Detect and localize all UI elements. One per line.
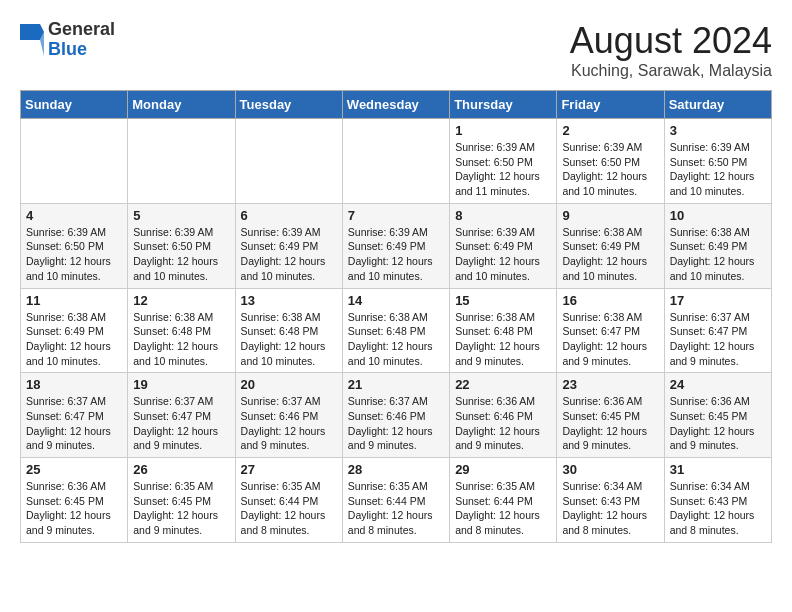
day-info: Sunrise: 6:39 AM Sunset: 6:50 PM Dayligh… xyxy=(455,140,551,199)
day-info: Sunrise: 6:39 AM Sunset: 6:50 PM Dayligh… xyxy=(26,225,122,284)
calendar-cell: 24Sunrise: 6:36 AM Sunset: 6:45 PM Dayli… xyxy=(664,373,771,458)
calendar-cell: 31Sunrise: 6:34 AM Sunset: 6:43 PM Dayli… xyxy=(664,458,771,543)
calendar-cell: 7Sunrise: 6:39 AM Sunset: 6:49 PM Daylig… xyxy=(342,203,449,288)
location: Kuching, Sarawak, Malaysia xyxy=(570,62,772,80)
calendar-cell: 12Sunrise: 6:38 AM Sunset: 6:48 PM Dayli… xyxy=(128,288,235,373)
day-info: Sunrise: 6:35 AM Sunset: 6:44 PM Dayligh… xyxy=(348,479,444,538)
day-info: Sunrise: 6:37 AM Sunset: 6:47 PM Dayligh… xyxy=(670,310,766,369)
calendar-week-row: 4Sunrise: 6:39 AM Sunset: 6:50 PM Daylig… xyxy=(21,203,772,288)
logo: General Blue xyxy=(20,20,115,60)
calendar-table: SundayMondayTuesdayWednesdayThursdayFrid… xyxy=(20,90,772,543)
logo-general: General xyxy=(48,20,115,40)
day-info: Sunrise: 6:39 AM Sunset: 6:50 PM Dayligh… xyxy=(670,140,766,199)
calendar-cell: 21Sunrise: 6:37 AM Sunset: 6:46 PM Dayli… xyxy=(342,373,449,458)
day-number: 3 xyxy=(670,123,766,138)
day-number: 5 xyxy=(133,208,229,223)
weekday-header: Sunday xyxy=(21,91,128,119)
calendar-cell xyxy=(21,119,128,204)
calendar-cell: 13Sunrise: 6:38 AM Sunset: 6:48 PM Dayli… xyxy=(235,288,342,373)
day-info: Sunrise: 6:37 AM Sunset: 6:47 PM Dayligh… xyxy=(26,394,122,453)
calendar-cell: 19Sunrise: 6:37 AM Sunset: 6:47 PM Dayli… xyxy=(128,373,235,458)
calendar-week-row: 11Sunrise: 6:38 AM Sunset: 6:49 PM Dayli… xyxy=(21,288,772,373)
weekday-header: Friday xyxy=(557,91,664,119)
logo-icon xyxy=(20,24,44,56)
day-number: 22 xyxy=(455,377,551,392)
calendar-week-row: 18Sunrise: 6:37 AM Sunset: 6:47 PM Dayli… xyxy=(21,373,772,458)
day-info: Sunrise: 6:39 AM Sunset: 6:49 PM Dayligh… xyxy=(348,225,444,284)
day-info: Sunrise: 6:39 AM Sunset: 6:49 PM Dayligh… xyxy=(241,225,337,284)
calendar-cell: 3Sunrise: 6:39 AM Sunset: 6:50 PM Daylig… xyxy=(664,119,771,204)
day-info: Sunrise: 6:34 AM Sunset: 6:43 PM Dayligh… xyxy=(562,479,658,538)
day-number: 16 xyxy=(562,293,658,308)
day-number: 18 xyxy=(26,377,122,392)
calendar-cell: 25Sunrise: 6:36 AM Sunset: 6:45 PM Dayli… xyxy=(21,458,128,543)
day-number: 17 xyxy=(670,293,766,308)
calendar-cell: 22Sunrise: 6:36 AM Sunset: 6:46 PM Dayli… xyxy=(450,373,557,458)
weekday-header: Monday xyxy=(128,91,235,119)
day-info: Sunrise: 6:38 AM Sunset: 6:48 PM Dayligh… xyxy=(348,310,444,369)
calendar-cell: 1Sunrise: 6:39 AM Sunset: 6:50 PM Daylig… xyxy=(450,119,557,204)
day-info: Sunrise: 6:38 AM Sunset: 6:49 PM Dayligh… xyxy=(670,225,766,284)
day-number: 19 xyxy=(133,377,229,392)
weekday-header: Tuesday xyxy=(235,91,342,119)
day-number: 1 xyxy=(455,123,551,138)
day-info: Sunrise: 6:36 AM Sunset: 6:45 PM Dayligh… xyxy=(670,394,766,453)
calendar-cell xyxy=(342,119,449,204)
day-number: 15 xyxy=(455,293,551,308)
calendar-cell: 11Sunrise: 6:38 AM Sunset: 6:49 PM Dayli… xyxy=(21,288,128,373)
day-info: Sunrise: 6:36 AM Sunset: 6:46 PM Dayligh… xyxy=(455,394,551,453)
day-info: Sunrise: 6:35 AM Sunset: 6:45 PM Dayligh… xyxy=(133,479,229,538)
day-info: Sunrise: 6:35 AM Sunset: 6:44 PM Dayligh… xyxy=(241,479,337,538)
day-info: Sunrise: 6:38 AM Sunset: 6:48 PM Dayligh… xyxy=(241,310,337,369)
day-info: Sunrise: 6:36 AM Sunset: 6:45 PM Dayligh… xyxy=(26,479,122,538)
day-number: 13 xyxy=(241,293,337,308)
day-number: 28 xyxy=(348,462,444,477)
calendar-cell: 9Sunrise: 6:38 AM Sunset: 6:49 PM Daylig… xyxy=(557,203,664,288)
day-info: Sunrise: 6:38 AM Sunset: 6:47 PM Dayligh… xyxy=(562,310,658,369)
weekday-header: Wednesday xyxy=(342,91,449,119)
calendar-cell: 29Sunrise: 6:35 AM Sunset: 6:44 PM Dayli… xyxy=(450,458,557,543)
svg-marker-0 xyxy=(20,24,44,40)
calendar-cell: 18Sunrise: 6:37 AM Sunset: 6:47 PM Dayli… xyxy=(21,373,128,458)
calendar-cell: 5Sunrise: 6:39 AM Sunset: 6:50 PM Daylig… xyxy=(128,203,235,288)
day-number: 20 xyxy=(241,377,337,392)
day-number: 21 xyxy=(348,377,444,392)
day-number: 12 xyxy=(133,293,229,308)
day-info: Sunrise: 6:37 AM Sunset: 6:46 PM Dayligh… xyxy=(241,394,337,453)
calendar-cell: 27Sunrise: 6:35 AM Sunset: 6:44 PM Dayli… xyxy=(235,458,342,543)
calendar-cell: 4Sunrise: 6:39 AM Sunset: 6:50 PM Daylig… xyxy=(21,203,128,288)
calendar-cell xyxy=(235,119,342,204)
day-number: 10 xyxy=(670,208,766,223)
calendar-cell: 26Sunrise: 6:35 AM Sunset: 6:45 PM Dayli… xyxy=(128,458,235,543)
calendar-cell: 15Sunrise: 6:38 AM Sunset: 6:48 PM Dayli… xyxy=(450,288,557,373)
calendar-cell: 2Sunrise: 6:39 AM Sunset: 6:50 PM Daylig… xyxy=(557,119,664,204)
calendar-cell: 6Sunrise: 6:39 AM Sunset: 6:49 PM Daylig… xyxy=(235,203,342,288)
calendar-cell: 14Sunrise: 6:38 AM Sunset: 6:48 PM Dayli… xyxy=(342,288,449,373)
day-info: Sunrise: 6:38 AM Sunset: 6:49 PM Dayligh… xyxy=(562,225,658,284)
day-number: 29 xyxy=(455,462,551,477)
day-info: Sunrise: 6:39 AM Sunset: 6:49 PM Dayligh… xyxy=(455,225,551,284)
title-block: August 2024 Kuching, Sarawak, Malaysia xyxy=(570,20,772,80)
calendar-cell xyxy=(128,119,235,204)
day-info: Sunrise: 6:39 AM Sunset: 6:50 PM Dayligh… xyxy=(562,140,658,199)
weekday-header: Saturday xyxy=(664,91,771,119)
calendar-week-row: 1Sunrise: 6:39 AM Sunset: 6:50 PM Daylig… xyxy=(21,119,772,204)
day-number: 6 xyxy=(241,208,337,223)
day-info: Sunrise: 6:39 AM Sunset: 6:50 PM Dayligh… xyxy=(133,225,229,284)
calendar-cell: 23Sunrise: 6:36 AM Sunset: 6:45 PM Dayli… xyxy=(557,373,664,458)
day-number: 9 xyxy=(562,208,658,223)
weekday-row: SundayMondayTuesdayWednesdayThursdayFrid… xyxy=(21,91,772,119)
weekday-header: Thursday xyxy=(450,91,557,119)
day-number: 2 xyxy=(562,123,658,138)
day-info: Sunrise: 6:34 AM Sunset: 6:43 PM Dayligh… xyxy=(670,479,766,538)
logo-text: General Blue xyxy=(48,20,115,60)
day-info: Sunrise: 6:37 AM Sunset: 6:46 PM Dayligh… xyxy=(348,394,444,453)
day-info: Sunrise: 6:38 AM Sunset: 6:48 PM Dayligh… xyxy=(455,310,551,369)
calendar-header: SundayMondayTuesdayWednesdayThursdayFrid… xyxy=(21,91,772,119)
day-number: 23 xyxy=(562,377,658,392)
day-info: Sunrise: 6:37 AM Sunset: 6:47 PM Dayligh… xyxy=(133,394,229,453)
day-number: 4 xyxy=(26,208,122,223)
page-header: General Blue August 2024 Kuching, Sarawa… xyxy=(20,20,772,80)
day-number: 27 xyxy=(241,462,337,477)
day-number: 26 xyxy=(133,462,229,477)
